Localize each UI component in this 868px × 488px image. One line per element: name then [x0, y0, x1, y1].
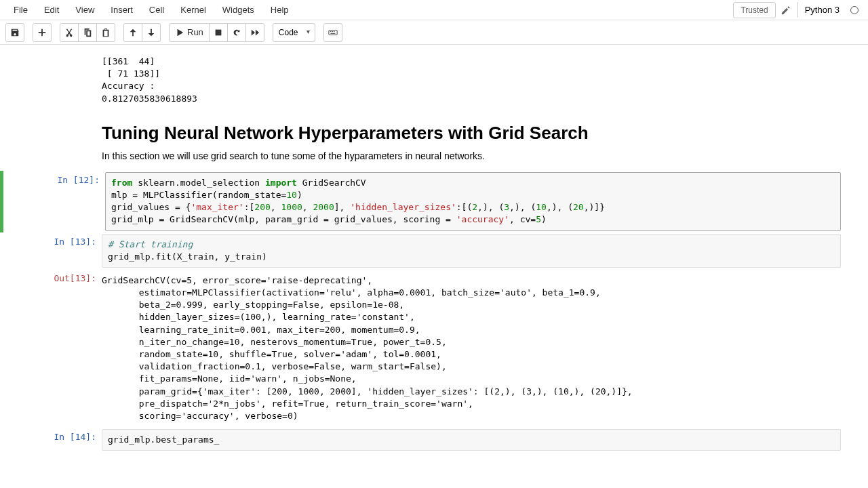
code-cell-12[interactable]: In [12]: from sklearn.model_selection im…: [0, 171, 868, 232]
section-heading: Tuning Neural Network Hyperparameters wi…: [102, 123, 841, 144]
fast-forward-icon: [250, 28, 260, 37]
menu-cell[interactable]: Cell: [141, 2, 172, 18]
plus-icon: [37, 28, 47, 37]
svg-rect-3: [332, 31, 333, 32]
celltype-select-wrap: Code: [273, 23, 315, 42]
run-label: Run: [187, 27, 203, 37]
code-cell-14[interactable]: In [14]: grid_mlp.best_params_: [0, 428, 868, 452]
restart-run-button[interactable]: [245, 23, 264, 42]
stop-icon: [214, 28, 223, 37]
section-text: In this section we will use grid search …: [102, 150, 841, 161]
empty-prompt: [0, 52, 102, 109]
output-cell-13[interactable]: Out[13]: GridSearchCV(cv=5, error_score=…: [0, 269, 868, 428]
code-input[interactable]: # Start training grid_mlp.fit(X_train, y…: [102, 234, 841, 268]
run-button[interactable]: Run: [169, 23, 210, 42]
in-prompt: In [14]:: [0, 429, 102, 451]
interrupt-button[interactable]: [209, 23, 228, 42]
toolbar: Run Code: [0, 20, 868, 45]
kernel-name[interactable]: Python 3: [797, 2, 846, 18]
svg-rect-1: [329, 30, 337, 35]
copy-icon: [83, 28, 92, 37]
svg-rect-5: [330, 33, 335, 33]
scissors-icon: [64, 28, 74, 37]
menu-file[interactable]: File: [5, 2, 36, 18]
arrow-down-icon: [146, 28, 156, 37]
trusted-badge[interactable]: Trusted: [733, 2, 775, 18]
command-palette-button[interactable]: [323, 23, 342, 42]
restart-button[interactable]: [227, 23, 246, 42]
code-cell-13[interactable]: In [13]: # Start training grid_mlp.fit(X…: [0, 232, 868, 269]
svg-rect-2: [330, 31, 331, 32]
add-cell-button[interactable]: [33, 23, 52, 42]
paste-icon: [101, 28, 111, 37]
move-up-button[interactable]: [123, 23, 142, 42]
cut-button[interactable]: [60, 23, 79, 42]
menu-widgets[interactable]: Widgets: [214, 2, 262, 18]
in-prompt: In [13]:: [0, 234, 102, 268]
menu-help[interactable]: Help: [262, 2, 297, 18]
menu-view[interactable]: View: [67, 2, 102, 18]
arrow-up-icon: [128, 28, 138, 37]
save-button[interactable]: [5, 23, 24, 42]
paste-button[interactable]: [96, 23, 115, 42]
notebook-area[interactable]: [[361 44] [ 71 138]] Accuracy : 0.812703…: [0, 45, 868, 466]
menu-insert[interactable]: Insert: [102, 2, 141, 18]
menubar: File Edit View Insert Cell Kernel Widget…: [0, 0, 868, 20]
menu-edit[interactable]: Edit: [36, 2, 67, 18]
in-prompt: In [12]:: [3, 172, 105, 231]
keyboard-icon: [328, 28, 338, 37]
save-icon: [10, 28, 20, 37]
empty-prompt: [0, 112, 102, 169]
copy-button[interactable]: [78, 23, 97, 42]
code-input[interactable]: from sklearn.model_selection import Grid…: [105, 172, 841, 231]
move-down-button[interactable]: [142, 23, 161, 42]
kernel-indicator-icon[interactable]: [850, 6, 859, 14]
code-input[interactable]: grid_mlp.best_params_: [102, 429, 841, 451]
output-text: [[361 44] [ 71 138]] Accuracy : 0.812703…: [102, 52, 841, 109]
refresh-icon: [232, 28, 241, 37]
output-cell[interactable]: [[361 44] [ 71 138]] Accuracy : 0.812703…: [0, 50, 868, 110]
celltype-select[interactable]: Code: [273, 23, 315, 42]
svg-rect-0: [215, 29, 221, 35]
svg-rect-4: [334, 31, 335, 32]
output-text: GridSearchCV(cv=5, error_score='raise-de…: [102, 270, 841, 426]
play-icon: [175, 28, 184, 37]
out-prompt: Out[13]:: [0, 270, 102, 426]
menu-kernel[interactable]: Kernel: [172, 2, 214, 18]
markdown-cell[interactable]: Tuning Neural Network Hyperparameters wi…: [0, 110, 868, 171]
pencil-icon[interactable]: [781, 5, 791, 15]
